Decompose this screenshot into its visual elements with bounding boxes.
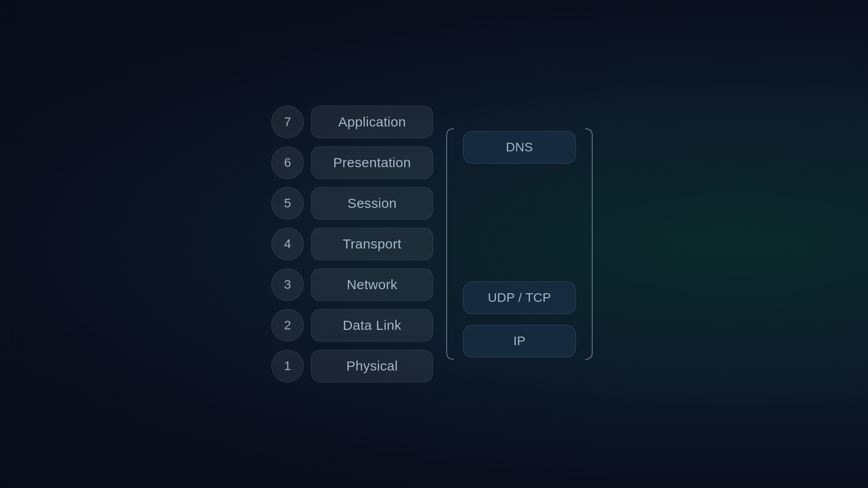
layer-label-datalink: Data Link	[311, 309, 433, 342]
layer-number-4: 4	[271, 228, 304, 260]
layer-number-2: 2	[271, 309, 304, 342]
bracket-section: DNS UDP / TCP IP	[442, 124, 597, 364]
layer-number-5: 5	[271, 187, 304, 220]
layer-number-1: 1	[271, 350, 304, 382]
layer-row-5: 5 Session	[271, 187, 433, 220]
layer-row-1: 1 Physical	[271, 350, 433, 382]
protocol-ip: IP	[463, 325, 576, 357]
layer-label-transport: Transport	[311, 228, 433, 260]
left-bracket-svg	[442, 124, 456, 364]
layer-label-application: Application	[311, 106, 433, 138]
layer-number-3: 3	[271, 268, 304, 301]
layer-row-7: 7 Application	[271, 106, 433, 138]
layer-row-6: 6 Presentation	[271, 146, 433, 179]
layer-row-2: 2 Data Link	[271, 309, 433, 342]
layer-number-6: 6	[271, 146, 304, 179]
main-container: 7 Application 6 Presentation 5 Session	[271, 106, 597, 382]
right-bracket-svg	[583, 124, 597, 364]
protocol-udptcp: UDP / TCP	[463, 282, 576, 314]
layer-label-session: Session	[311, 187, 433, 220]
protocol-boxes: DNS UDP / TCP IP	[463, 124, 576, 364]
layers-column: 7 Application 6 Presentation 5 Session	[271, 106, 433, 382]
layer-label-network: Network	[311, 268, 433, 301]
layer-row-4: 4 Transport	[271, 228, 433, 260]
layer-label-presentation: Presentation	[311, 146, 433, 179]
layer-label-physical: Physical	[311, 350, 433, 382]
layer-row-3: 3 Network	[271, 268, 433, 301]
protocol-dns: DNS	[463, 131, 576, 164]
layer-number-7: 7	[271, 106, 304, 138]
